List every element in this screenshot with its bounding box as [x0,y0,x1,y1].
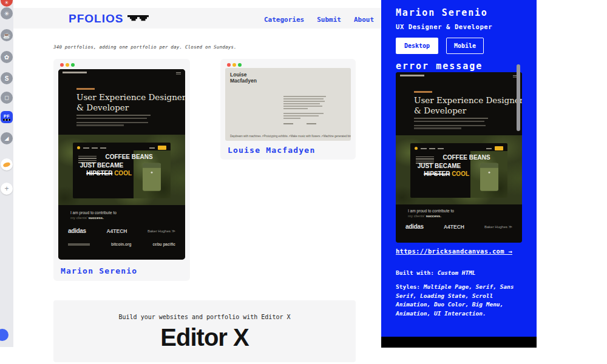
preview-scrollbar[interactable] [517,64,520,131]
plus-icon: + [4,184,8,193]
site-logo[interactable]: PFOLIOS [69,12,149,25]
cup-app-icon[interactable]: ☕ [1,29,13,41]
window-dot-yellow [232,63,236,67]
site-logo-text: PFOLIOS [69,12,123,25]
louise-link-3: Make music with flowers ↗ [291,135,324,138]
add-app-icon[interactable]: + [1,183,13,195]
mountain-glyph: ◢ [5,135,9,141]
client-logo-bar [68,243,90,246]
site-tagline: 340 portfolios, adding one portfolio per… [53,44,237,50]
window-dot-green [238,63,242,67]
coffee-nav-right-bar [486,148,492,149]
a4tech-logo: A4TECH [444,224,464,230]
s-app-icon[interactable]: S [1,72,13,84]
preview-brand-bar [400,75,424,76]
preview-paragraph-bars [414,118,488,130]
pf-glyph: PF [4,114,10,118]
croissant-app-icon[interactable] [1,158,13,170]
mountain-app-icon[interactable]: ◢ [1,132,13,144]
adidas-logo: adidas [68,228,86,234]
styles-label: Styles: [396,283,420,290]
detail-panel: Marion Serenio UX Designer & Developer D… [381,0,537,348]
sunglasses-icon [127,15,149,22]
coffee-cta-button [158,146,166,150]
cup-glyph: ☕ [3,32,10,39]
palette-glyph: ✿ [4,54,9,61]
pinned-red-glyph: ✳ [5,0,9,5]
contribute-line1: I am proud to contribute to [70,211,185,215]
croissant-icon [2,161,11,167]
coffee-browser-window: COFFEE BEANS JUST BECAME HIPSTER COOL [410,143,507,198]
nav-categories[interactable]: Categories [264,16,304,24]
louise-portfolio-screenshot: Louise Macfadyen Daydream with machines … [225,68,351,141]
baker-hughes-logo: Baker Hughes ≫ [484,224,512,229]
editorx-logo: Editor X [53,325,356,349]
panel-footer-bar [381,337,537,348]
bitcoin-logo: bitcoin.org [111,242,132,246]
editorx-promo-card[interactable]: Build your websites and portfolio with E… [53,300,356,362]
window-dot-red [227,63,231,67]
desktop-button[interactable]: Desktop [396,38,438,54]
panel-preview-screenshot: User Experience Designer & Developer [396,72,522,243]
frame-glyph: ◻ [4,95,8,101]
pfolios-page: ✳ ✳ ☕ ✿ S ◻ PF ◢ + PFOLIOS Categories Su… [0,0,607,364]
window-dot-red [60,63,64,67]
louise-footer-links: Daydream with machines ↗ Prototyping exh… [230,135,351,138]
preview-clients-section: I am proud to contribute to my clients' … [396,204,522,243]
frame-app-icon[interactable]: ◻ [1,92,13,104]
coffee-cta-button [495,146,503,150]
shot-tagline-bar [76,88,95,90]
marion-portfolio-screenshot: User Experience Designer & Developer [58,69,185,260]
pf-sunglasses-icon [3,119,10,121]
built-with-value: Custom HTML [438,269,476,276]
styles-row: Styles: Multiple Page, Serif, Sans Serif… [396,283,528,318]
panel-section-label: error message [396,61,483,72]
preview-tagline-bar [414,91,432,93]
shot-heading: User Experience Designer & Developer [76,92,185,112]
nav-about[interactable]: About [354,16,374,24]
preview-coffee-section: COFFEE BEANS JUST BECAME HIPSTER COOL [396,135,522,204]
cebu-pacific-logo: cebu pacific [152,242,175,246]
shot-brand-bar [63,72,87,73]
coffee-logo-dot [77,146,80,149]
main-nav: Categories Submit About [264,16,374,24]
portfolio-card-louise[interactable]: Louise Macfadyen Daydream with machines … [220,59,356,160]
editorx-tagline: Build your websites and portfolio with E… [53,314,356,320]
pfolios-app-icon[interactable]: PF [1,111,13,123]
coffee-logo-dot [415,147,418,150]
coffee-nav-bars [421,148,427,149]
client-logos-row1: adidas A4TECH Baker Hughes ≫ [396,223,522,230]
window-dot-yellow [66,63,69,67]
pinned-red-app-icon[interactable]: ✳ [1,0,13,7]
portfolio-url-link[interactable]: https://bricksandcanvas.com → [396,248,512,255]
portfolio-card-marion[interactable]: User Experience Designer & Developer [53,59,190,281]
preview-hero-section: User Experience Designer & Developer [396,72,522,135]
louise-shot-name: Louise Macfadyen [230,72,257,84]
asterisk-app-icon[interactable]: ✳ [1,7,13,19]
louise-link-1: Daydream with machines ↗ [230,135,264,138]
contribute-line2: my clients' success. [70,216,185,220]
window-dot-green [71,63,75,67]
panel-title: Marion Serenio [396,7,488,18]
coffee-nav-bars [83,147,89,149]
card-label-louise: Louise Macfadyen [228,146,315,155]
coffee-headline: COFFEE BEANS JUST BECAME HIPSTER COOL [414,153,506,178]
palette-app-icon[interactable]: ✿ [1,51,13,63]
bottom-blue-app-icon[interactable] [0,329,8,341]
asterisk-glyph: ✳ [4,10,9,17]
baker-hughes-logo: Baker Hughes ≫ [148,229,175,233]
shot-coffee-section: COFFEE BEANS JUST BECAME HIPSTER COOL [58,135,185,205]
louise-link-2: Prototyping exhibits ↗ [264,135,291,138]
nav-submit[interactable]: Submit [317,16,341,24]
adidas-logo: adidas [405,223,424,230]
client-logos-row2: bitcoin.org cebu pacific [58,242,185,246]
window-dots [227,63,242,67]
mobile-button[interactable]: Mobile [446,38,484,54]
coffee-headline: COFFEE BEANS JUST BECAME HIPSTER COOL [76,153,169,178]
hamburger-icon [176,72,181,73]
window-dots [60,63,75,67]
device-toggle: Desktop Mobile [396,38,484,54]
coffee-browser-window: COFFEE BEANS JUST BECAME HIPSTER COOL [73,143,171,198]
shot-hero-section: User Experience Designer & Developer [58,69,185,135]
contribute-line2: my clients' success. [408,214,522,218]
